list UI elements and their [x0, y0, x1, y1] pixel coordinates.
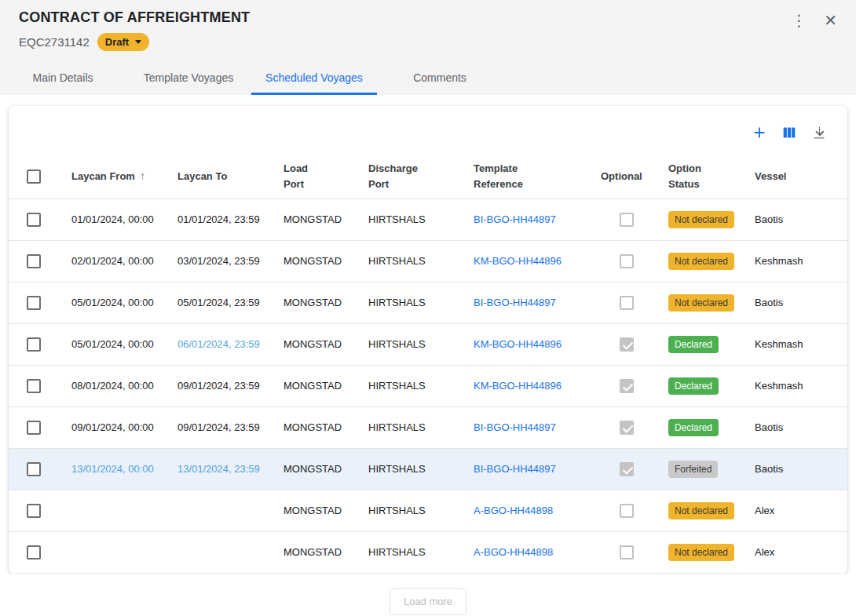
- vessel-cell: Alex: [742, 531, 847, 573]
- template-reference-link[interactable]: KM-BGO-HH44896: [474, 255, 562, 267]
- template-reference-link[interactable]: BI-BGO-HH44897: [474, 213, 556, 225]
- tab-main-details[interactable]: Main Details: [0, 62, 126, 95]
- add-voyage-button[interactable]: [748, 122, 770, 144]
- template-reference-link[interactable]: BI-BGO-HH44897: [474, 463, 556, 475]
- row-select-checkbox[interactable]: [27, 254, 41, 268]
- column-header-laycan-from[interactable]: Laycan From↑: [59, 155, 165, 199]
- discharge-port-cell: HIRTSHALS: [356, 406, 461, 448]
- laycan-from-cell: [59, 531, 165, 573]
- option-status-badge: Declared: [668, 336, 719, 353]
- vessel-cell: Keshmash: [742, 323, 847, 365]
- optional-checkbox[interactable]: [620, 504, 634, 518]
- load-port-cell: MONGSTAD: [271, 365, 356, 406]
- row-select-checkbox[interactable]: [27, 504, 41, 518]
- option-status-badge: Not declared: [668, 544, 734, 561]
- discharge-port-cell: HIRTSHALS: [356, 531, 461, 573]
- template-reference-cell: BI-BGO-HH44897: [461, 199, 588, 240]
- kebab-menu-icon[interactable]: ⋮: [791, 13, 807, 28]
- option-status-badge: Not declared: [668, 502, 734, 519]
- optional-cell: [588, 323, 656, 365]
- template-reference-link[interactable]: KM-BGO-HH44896: [474, 338, 562, 350]
- column-header-discharge-port[interactable]: Discharge Port: [356, 155, 461, 199]
- optional-checkbox[interactable]: [620, 462, 634, 476]
- optional-cell: [588, 406, 656, 448]
- column-header-option-status[interactable]: Option Status: [656, 155, 742, 199]
- table-row[interactable]: 05/01/2024, 00:00 05/01/2024, 23:59 MONG…: [9, 282, 847, 323]
- close-icon[interactable]: ✕: [824, 13, 837, 28]
- load-port-cell: MONGSTAD: [271, 240, 356, 282]
- row-select-checkbox[interactable]: [27, 421, 41, 435]
- template-reference-link[interactable]: KM-BGO-HH44896: [474, 380, 562, 392]
- optional-cell: [588, 531, 656, 573]
- table-row[interactable]: 08/01/2024, 00:00 09/01/2024, 23:59 MONG…: [9, 365, 847, 406]
- template-reference-cell: KM-BGO-HH44896: [461, 240, 588, 282]
- laycan-from-cell: 08/01/2024, 00:00: [59, 365, 165, 406]
- load-port-cell: MONGSTAD: [271, 323, 356, 365]
- load-more-button[interactable]: Load more: [390, 588, 466, 615]
- row-select-checkbox[interactable]: [27, 462, 41, 476]
- scheduled-voyages-table: Laycan From↑ Laycan To Load Port Dischar…: [9, 155, 847, 574]
- column-header-vessel[interactable]: Vessel: [742, 155, 847, 199]
- discharge-port-cell: HIRTSHALS: [356, 448, 461, 490]
- column-header-load-port[interactable]: Load Port: [271, 155, 356, 199]
- optional-cell: [588, 365, 656, 406]
- load-port-cell: MONGSTAD: [271, 490, 356, 531]
- template-reference-cell: BI-BGO-HH44897: [461, 282, 588, 323]
- row-select-checkbox[interactable]: [27, 379, 41, 393]
- table-row[interactable]: 13/01/2024, 00:00 13/01/2024, 23:59 MONG…: [9, 448, 847, 490]
- template-reference-link[interactable]: BI-BGO-HH44897: [474, 297, 556, 308]
- row-select-checkbox[interactable]: [27, 337, 41, 352]
- option-status-cell: Declared: [656, 406, 742, 448]
- optional-checkbox[interactable]: [620, 296, 634, 310]
- vessel-cell: Keshmash: [742, 240, 847, 282]
- load-port-cell: MONGSTAD: [271, 282, 356, 323]
- table-row[interactable]: MONGSTAD HIRTSHALS A-BGO-HH44898 Not dec…: [9, 531, 847, 573]
- row-select-checkbox[interactable]: [27, 545, 41, 560]
- template-reference-link[interactable]: A-BGO-HH44898: [474, 546, 553, 558]
- option-status-badge: Forfeited: [668, 461, 718, 478]
- load-port-cell: MONGSTAD: [271, 406, 356, 448]
- tab-scheduled-voyages[interactable]: Scheduled Voyages: [251, 62, 377, 95]
- template-reference-link[interactable]: BI-BGO-HH44897: [474, 421, 556, 433]
- optional-checkbox[interactable]: [620, 545, 634, 560]
- column-header-laycan-to[interactable]: Laycan To: [165, 155, 271, 199]
- column-settings-button[interactable]: [778, 122, 800, 144]
- column-header-template-reference[interactable]: Template Reference: [461, 155, 588, 199]
- vessel-cell: Baotis: [742, 448, 847, 490]
- table-header-row: Laycan From↑ Laycan To Load Port Dischar…: [9, 155, 847, 199]
- download-button[interactable]: [808, 122, 830, 144]
- tab-comments[interactable]: Comments: [377, 62, 503, 95]
- option-status-cell: Not declared: [656, 199, 742, 240]
- laycan-from-cell: [59, 490, 165, 531]
- option-status-badge: Declared: [668, 419, 719, 436]
- option-status-badge: Not declared: [668, 294, 734, 312]
- row-select-checkbox[interactable]: [27, 296, 41, 310]
- row-select-checkbox[interactable]: [27, 213, 41, 227]
- optional-checkbox[interactable]: [620, 337, 634, 352]
- option-status-cell: Declared: [656, 323, 742, 365]
- table-row[interactable]: 09/01/2024, 00:00 09/01/2024, 23:59 MONG…: [9, 406, 847, 448]
- sort-ascending-icon: ↑: [140, 169, 145, 182]
- laycan-to-cell: 05/01/2024, 23:59: [165, 282, 271, 323]
- optional-checkbox[interactable]: [620, 254, 634, 268]
- table-row[interactable]: 01/01/2024, 00:00 01/01/2024, 23:59 MONG…: [9, 199, 847, 240]
- table-row[interactable]: MONGSTAD HIRTSHALS A-BGO-HH44898 Not dec…: [9, 490, 847, 531]
- optional-checkbox[interactable]: [620, 379, 634, 393]
- table-row[interactable]: 02/01/2024, 00:00 03/01/2024, 23:59 MONG…: [9, 240, 847, 282]
- vessel-cell: Keshmash: [742, 365, 847, 406]
- template-reference-cell: A-BGO-HH44898: [461, 490, 588, 531]
- status-badge-dropdown[interactable]: Draft: [97, 33, 149, 51]
- tab-template-voyages[interactable]: Template Voyages: [126, 62, 251, 95]
- template-reference-link[interactable]: A-BGO-HH44898: [474, 505, 553, 516]
- discharge-port-cell: HIRTSHALS: [356, 282, 461, 323]
- column-header-optional[interactable]: Optional: [588, 155, 656, 199]
- optional-checkbox[interactable]: [620, 213, 634, 227]
- option-status-cell: Declared: [656, 365, 742, 406]
- table-row[interactable]: 05/01/2024, 00:00 06/01/2024, 23:59 MONG…: [9, 323, 847, 365]
- option-status-badge: Not declared: [668, 253, 734, 270]
- discharge-port-cell: HIRTSHALS: [356, 365, 461, 406]
- laycan-to-cell: [165, 531, 271, 573]
- optional-checkbox[interactable]: [620, 421, 634, 435]
- discharge-port-cell: HIRTSHALS: [356, 323, 461, 365]
- select-all-checkbox[interactable]: [27, 169, 41, 184]
